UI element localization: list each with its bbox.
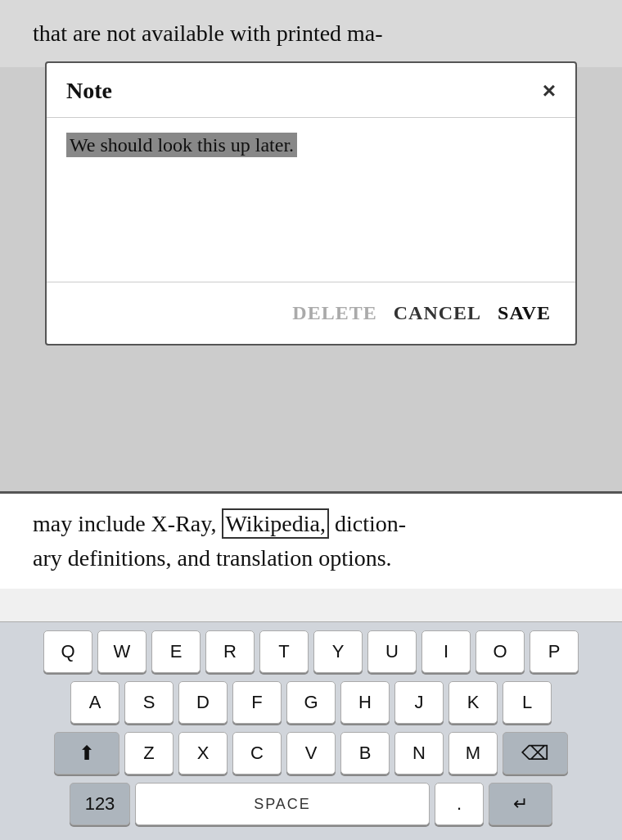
note-dialog-title: Note (66, 78, 112, 104)
keyboard: Q W E R T Y U I O P A S D F G H J K L ⬆ … (0, 621, 622, 840)
period-key[interactable]: . (435, 783, 484, 825)
keyboard-row-4: 123 SPACE . ↵ (3, 783, 619, 825)
key-j[interactable]: J (394, 681, 444, 724)
save-button[interactable]: SAVE (498, 302, 551, 324)
backspace-key[interactable]: ⌫ (503, 732, 568, 775)
delete-button[interactable]: DELETE (292, 302, 376, 324)
key-y[interactable]: Y (313, 630, 363, 673)
highlighted-wikipedia: Wikipedia, (222, 508, 329, 539)
shift-key[interactable]: ⬆ (54, 732, 119, 775)
close-button[interactable]: × (543, 79, 556, 102)
key-x[interactable]: X (178, 732, 228, 775)
key-b[interactable]: B (340, 732, 390, 775)
key-d[interactable]: D (178, 681, 228, 724)
keyboard-row-1: Q W E R T Y U I O P (3, 630, 619, 673)
backspace-icon: ⌫ (521, 742, 549, 765)
shift-icon: ⬆ (79, 742, 95, 765)
note-footer: DELETE CANCEL SAVE (47, 282, 575, 344)
key-z[interactable]: Z (124, 732, 174, 775)
key-g[interactable]: G (286, 681, 336, 724)
key-r[interactable]: R (205, 630, 255, 673)
key-v[interactable]: V (286, 732, 336, 775)
note-text-content: We should look this up later. (66, 133, 297, 157)
note-body[interactable]: We should look this up later. (47, 118, 575, 282)
space-key[interactable]: SPACE (135, 783, 430, 825)
key-l[interactable]: L (503, 681, 552, 724)
return-key[interactable]: ↵ (489, 783, 552, 825)
key-h[interactable]: H (340, 681, 390, 724)
key-s[interactable]: S (124, 681, 174, 724)
numbers-key[interactable]: 123 (70, 783, 130, 825)
key-q[interactable]: Q (43, 630, 92, 673)
key-k[interactable]: K (448, 681, 498, 724)
key-f[interactable]: F (232, 681, 282, 724)
bottom-reading-text: may include X-Ray, Wikipedia, diction-ar… (0, 491, 622, 589)
keyboard-row-2: A S D F G H J K L (3, 681, 619, 724)
key-i[interactable]: I (421, 630, 471, 673)
key-u[interactable]: U (367, 630, 417, 673)
key-e[interactable]: E (151, 630, 201, 673)
keyboard-row-3: ⬆ Z X C V B N M ⌫ (3, 732, 619, 775)
key-m[interactable]: M (448, 732, 498, 775)
note-dialog-header: Note × (47, 63, 575, 117)
key-a[interactable]: A (70, 681, 119, 724)
cancel-button[interactable]: CANCEL (394, 302, 481, 324)
key-w[interactable]: W (97, 630, 146, 673)
note-dialog: Note × We should look this up later. DEL… (45, 61, 577, 345)
key-p[interactable]: P (530, 630, 579, 673)
key-c[interactable]: C (232, 732, 282, 775)
key-n[interactable]: N (394, 732, 444, 775)
key-t[interactable]: T (259, 630, 309, 673)
key-o[interactable]: O (476, 630, 525, 673)
